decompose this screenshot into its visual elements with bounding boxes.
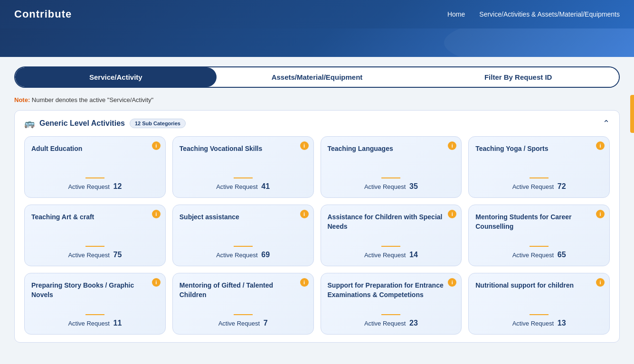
section-title: Generic Level Activities xyxy=(39,119,125,128)
card-active-label: Active Request 23 xyxy=(364,319,418,327)
card-bottom: Active Request 13 xyxy=(475,314,603,327)
card-bottom: Active Request 72 xyxy=(475,177,603,191)
card-bottom: Active Request 11 xyxy=(31,314,159,327)
section-header: 🚌 Generic Level Activities 12 Sub Catego… xyxy=(24,118,610,129)
card-divider xyxy=(85,314,104,315)
tab-assets-material[interactable]: Assets/Material/Equipment xyxy=(217,67,418,87)
card-divider xyxy=(381,177,400,178)
section-header-left: 🚌 Generic Level Activities 12 Sub Catego… xyxy=(24,118,186,129)
app-logo: Contribute xyxy=(14,8,72,20)
card-title: Teaching Languages xyxy=(328,144,455,154)
card-title: Mentoring of Gifted / Talented Children xyxy=(180,281,307,299)
card-divider xyxy=(234,314,253,315)
card-mentoring-career[interactable]: i Mentoring Students for Career Counsell… xyxy=(468,205,610,266)
card-bottom: Active Request 65 xyxy=(475,246,603,259)
card-bottom: Active Request 41 xyxy=(180,177,307,191)
card-count: 41 xyxy=(261,182,270,190)
card-bottom: Active Request 23 xyxy=(328,314,455,327)
card-info-icon[interactable]: i xyxy=(152,278,161,287)
card-preparing-story-books[interactable]: i Preparing Story Books / Graphic Novels… xyxy=(24,273,166,335)
card-divider xyxy=(85,246,104,247)
card-title: Subject assistance xyxy=(180,213,307,222)
sub-categories-badge: 12 Sub Categories xyxy=(130,119,186,128)
card-title: Assistance for Children with Special Nee… xyxy=(328,213,455,231)
card-title: Teaching Yoga / Sports xyxy=(475,144,603,154)
card-active-label: Active Request 72 xyxy=(512,182,566,191)
tabs-container: Service/Activity Assets/Material/Equipme… xyxy=(14,66,620,88)
card-bottom: Active Request 14 xyxy=(328,246,455,259)
card-active-label: Active Request 65 xyxy=(512,251,566,259)
card-title: Nutritional support for children xyxy=(475,281,603,290)
card-info-icon[interactable]: i xyxy=(596,278,605,287)
card-divider xyxy=(234,177,253,178)
card-bottom: Active Request 7 xyxy=(180,314,307,327)
card-count: 35 xyxy=(409,182,418,190)
card-info-icon[interactable]: i xyxy=(596,141,605,150)
tab-filter-request[interactable]: Filter By Request ID xyxy=(417,67,619,87)
card-title: Teaching Art & craft xyxy=(31,213,159,222)
card-divider xyxy=(381,314,400,315)
nav-service-assets[interactable]: Service/Activities & Assets/Material/Equ… xyxy=(479,10,620,18)
card-divider xyxy=(530,314,549,315)
collapse-icon[interactable]: ⌃ xyxy=(603,118,610,129)
card-count: 72 xyxy=(558,182,566,190)
card-teaching-yoga[interactable]: i Teaching Yoga / Sports Active Request … xyxy=(468,136,610,198)
card-count: 23 xyxy=(409,319,418,327)
card-bottom: Active Request 75 xyxy=(31,246,159,259)
sidebar-accent xyxy=(630,95,634,133)
card-active-label: Active Request 35 xyxy=(364,182,418,191)
card-mentoring-gifted[interactable]: i Mentoring of Gifted / Talented Childre… xyxy=(172,273,314,335)
card-count: 69 xyxy=(261,251,270,259)
card-bottom: Active Request 12 xyxy=(31,177,159,191)
app-header: Contribute Home Service/Activities & Ass… xyxy=(0,0,634,28)
card-active-label: Active Request 13 xyxy=(512,319,566,327)
card-support-entrance[interactable]: i Support for Preparation for Entrance E… xyxy=(321,273,462,335)
section-bus-icon: 🚌 xyxy=(24,118,35,129)
note-text: Number denotes the active "Service/Activ… xyxy=(32,96,153,103)
card-count: 12 xyxy=(114,182,122,190)
note-bar: Note: Number denotes the active "Service… xyxy=(14,96,620,103)
header-nav: Home Service/Activities & Assets/Materia… xyxy=(447,10,620,18)
card-title: Teaching Vocational Skills xyxy=(180,144,307,154)
card-info-icon[interactable]: i xyxy=(300,141,309,150)
card-active-label: Active Request 14 xyxy=(364,251,418,259)
card-teaching-vocational[interactable]: i Teaching Vocational Skills Active Requ… xyxy=(172,136,314,198)
card-teaching-languages[interactable]: i Teaching Languages Active Request 35 xyxy=(321,136,462,198)
card-info-icon[interactable]: i xyxy=(448,278,456,287)
tab-service-activity[interactable]: Service/Activity xyxy=(15,67,217,87)
card-title: Preparing Story Books / Graphic Novels xyxy=(31,281,159,299)
card-divider xyxy=(85,177,104,178)
card-count: 13 xyxy=(558,319,566,327)
card-info-icon[interactable]: i xyxy=(596,210,605,218)
card-bottom: Active Request 69 xyxy=(180,246,307,259)
card-info-icon[interactable]: i xyxy=(300,278,309,287)
card-active-label: Active Request 41 xyxy=(216,182,270,191)
card-active-label: Active Request 7 xyxy=(218,319,268,327)
card-divider xyxy=(381,246,400,247)
card-assistance-special-needs[interactable]: i Assistance for Children with Special N… xyxy=(321,205,462,266)
card-title: Adult Education xyxy=(31,144,159,154)
card-active-label: Active Request 69 xyxy=(216,251,270,259)
card-title: Support for Preparation for Entrance Exa… xyxy=(328,281,455,299)
card-info-icon[interactable]: i xyxy=(300,210,309,218)
card-count: 75 xyxy=(114,251,122,259)
card-adult-education[interactable]: i Adult Education Active Request 12 xyxy=(24,136,166,198)
card-divider xyxy=(530,177,549,178)
card-subject-assistance[interactable]: i Subject assistance Active Request 69 xyxy=(172,205,314,266)
cards-grid: i Adult Education Active Request 12 i Te… xyxy=(24,136,610,335)
card-info-icon[interactable]: i xyxy=(448,141,456,150)
card-info-icon[interactable]: i xyxy=(448,210,456,218)
card-nutritional-support[interactable]: i Nutritional support for children Activ… xyxy=(468,273,610,335)
card-title: Mentoring Students for Career Counsellin… xyxy=(475,213,603,231)
card-count: 7 xyxy=(264,319,268,327)
card-active-label: Active Request 12 xyxy=(68,182,122,191)
card-divider xyxy=(234,246,253,247)
card-count: 11 xyxy=(114,319,122,327)
nav-home[interactable]: Home xyxy=(447,10,465,18)
card-count: 65 xyxy=(558,251,566,259)
card-teaching-art[interactable]: i Teaching Art & craft Active Request 75 xyxy=(24,205,166,266)
note-label: Note: xyxy=(14,96,30,103)
card-info-icon[interactable]: i xyxy=(152,210,161,218)
card-info-icon[interactable]: i xyxy=(152,141,161,150)
hero-area xyxy=(0,28,634,57)
